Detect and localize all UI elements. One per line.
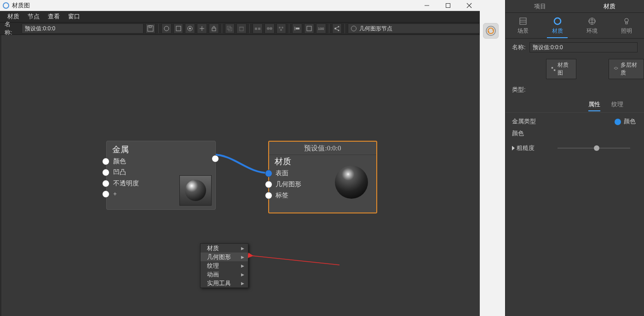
subtabs: 属性 纹理 — [506, 98, 644, 113]
svg-rect-1 — [446, 4, 450, 8]
svg-line-28 — [336, 27, 338, 29]
multi-material-button[interactable]: 多层材质 — [609, 59, 644, 79]
node-preset-head: 预设值:0:0:0 — [269, 142, 376, 155]
port-output[interactable] — [212, 155, 219, 162]
align1-icon[interactable] — [292, 23, 302, 34]
material-graph-button[interactable]: 材质图 — [546, 59, 576, 79]
context-menu[interactable]: 材质▶ 几何图形▶ 纹理▶ 动画▶ 实用工具▶ — [200, 243, 248, 288]
svg-rect-41 — [552, 67, 553, 69]
port-surface[interactable] — [265, 170, 272, 177]
arrows-icon[interactable] — [197, 23, 207, 34]
tab-lighting[interactable]: 照明 — [610, 13, 644, 38]
right-panel: 项目 材质 场景 材质 环境 照明 名称: 材质图 多层材质 — [505, 0, 644, 316]
toolbar: 名称: 100 几何图形节点 — [0, 22, 480, 35]
svg-point-21 — [280, 29, 282, 31]
port-color[interactable] — [102, 158, 109, 165]
group2-icon[interactable] — [264, 23, 275, 34]
environment-icon — [587, 17, 597, 26]
type-label: 类型: — [512, 86, 526, 94]
port-label[interactable] — [265, 192, 272, 199]
scale100-icon[interactable]: 100 — [316, 23, 326, 34]
annotation-arrow — [247, 249, 344, 268]
node-metal-title: 金属 — [107, 141, 215, 156]
tab-material-top[interactable]: 材质 — [575, 2, 644, 11]
menu-window[interactable]: 窗口 — [65, 12, 83, 21]
trash-icon[interactable] — [236, 23, 247, 34]
svg-point-17 — [267, 27, 270, 30]
geometry-node-search[interactable]: 几何图形节点 — [348, 23, 480, 34]
name-input[interactable] — [22, 23, 144, 34]
tab-material[interactable]: 材质 — [540, 13, 575, 38]
port-bump[interactable] — [102, 169, 109, 176]
menu-node[interactable]: 节点 — [25, 12, 42, 21]
svg-point-6 — [164, 26, 169, 31]
svg-line-30 — [252, 256, 339, 265]
group1-icon[interactable] — [253, 23, 263, 34]
svg-line-29 — [336, 29, 338, 30]
target-icon[interactable] — [185, 23, 195, 34]
subtab-properties[interactable]: 属性 — [588, 100, 600, 111]
ctx-item-animation[interactable]: 动画▶ — [201, 270, 248, 279]
roughness-slider[interactable] — [558, 148, 630, 149]
svg-rect-40 — [626, 22, 627, 24]
close-button[interactable] — [459, 0, 480, 11]
svg-rect-5 — [149, 26, 151, 28]
ctx-item-material[interactable]: 材质▶ — [201, 244, 248, 253]
panel-name-input[interactable] — [529, 42, 638, 52]
svg-point-35 — [554, 18, 561, 24]
tab-environment[interactable]: 环境 — [575, 13, 610, 38]
svg-rect-15 — [255, 28, 257, 30]
row-label: 标签 — [276, 191, 288, 200]
sync-button[interactable] — [483, 23, 499, 39]
node-preset[interactable]: 预设值:0:0:0 材质 表面 几何图形 标签 — [268, 141, 377, 213]
titlebar: 材质图 — [0, 0, 480, 11]
layers-icon — [614, 66, 618, 72]
port-add[interactable] — [102, 190, 109, 198]
group3-icon[interactable] — [276, 23, 287, 34]
geometry-node-label: 几何图形节点 — [359, 25, 392, 33]
node-canvas[interactable]: 金属 颜色 凹凸 不透明度 + 预设值:0:0:0 材质 表面 几何图形 标签 … — [1, 35, 480, 316]
ctx-item-geometry[interactable]: 几何图形▶ — [201, 253, 248, 261]
color-label: 颜色 — [512, 129, 524, 138]
window-title: 材质图 — [12, 1, 30, 10]
align2-icon[interactable] — [304, 23, 314, 34]
search-icon — [351, 26, 356, 31]
row-geometry: 几何图形 — [276, 180, 301, 189]
svg-point-8 — [189, 28, 191, 29]
maximize-button[interactable] — [437, 0, 459, 11]
node-preset-title: 材质 — [269, 155, 376, 168]
port-opacity[interactable] — [102, 180, 109, 187]
material-icon — [553, 17, 562, 26]
menubar: 材质 节点 查看 窗口 — [0, 11, 480, 22]
ctx-item-utility[interactable]: 实用工具▶ — [201, 279, 248, 287]
expand-icon[interactable] — [512, 146, 515, 150]
share-icon[interactable] — [332, 23, 342, 34]
svg-rect-10 — [212, 28, 216, 31]
panel-name-label: 名称: — [512, 43, 526, 52]
frame-icon[interactable] — [173, 23, 184, 34]
svg-point-20 — [282, 27, 283, 29]
metal-type-value[interactable]: 颜色 — [615, 117, 636, 126]
panel-name-row: 名称: — [506, 39, 644, 56]
subtab-texture[interactable]: 纹理 — [611, 100, 623, 111]
port-geometry[interactable] — [265, 181, 272, 188]
roughness-label: 粗糙度 — [517, 144, 535, 152]
svg-rect-42 — [554, 69, 555, 71]
ctx-item-texture[interactable]: 纹理▶ — [201, 261, 248, 270]
metal-type-label: 金属类型 — [512, 117, 536, 126]
panel-icon-tabs: 场景 材质 环境 照明 — [506, 13, 644, 39]
lock-icon[interactable] — [209, 23, 219, 34]
node-metal[interactable]: 金属 颜色 凹凸 不透明度 + — [106, 141, 216, 210]
refresh-icon[interactable] — [161, 23, 172, 34]
copy-icon[interactable] — [225, 23, 235, 34]
svg-rect-4 — [148, 26, 153, 31]
menu-material[interactable]: 材质 — [5, 12, 22, 21]
svg-rect-24 — [307, 26, 311, 31]
minimize-button[interactable] — [416, 0, 437, 11]
metal-type-row: 金属类型 颜色 — [506, 113, 644, 127]
save-icon[interactable] — [145, 23, 155, 34]
tab-project[interactable]: 项目 — [506, 2, 575, 11]
menu-view[interactable]: 查看 — [45, 12, 63, 21]
svg-rect-23 — [296, 28, 299, 29]
tab-scene[interactable]: 场景 — [506, 13, 540, 38]
